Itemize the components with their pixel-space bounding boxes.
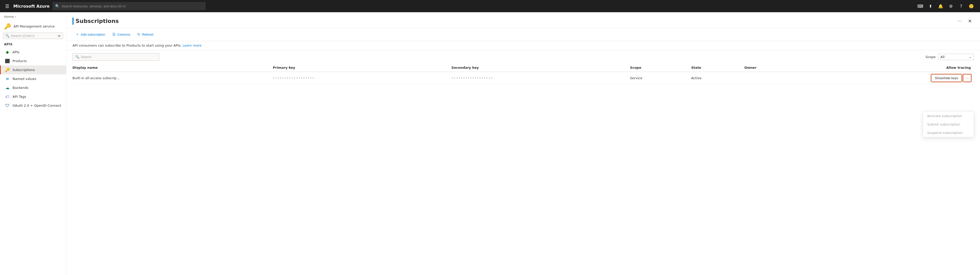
breadcrumb-home[interactable]: Home (4, 15, 14, 19)
header-ellipsis-btn[interactable]: ··· (956, 17, 964, 25)
service-header: 🔑 API Management service (0, 21, 66, 33)
topbar: ☰ Microsoft Azure 🔍 ⌨ ⬆ 🔔 ⚙ ? 🙂 (0, 0, 980, 12)
sidebar-item-products-label: Products (13, 59, 27, 63)
search-icon: 🔍 (55, 4, 59, 8)
sidebar-search-box[interactable]: 🔍 ≪ (3, 33, 63, 39)
products-icon: ⬛ (5, 58, 10, 63)
sidebar-item-apis[interactable]: ◆ APIs (0, 47, 66, 57)
scope-label: Scope (925, 55, 935, 59)
sidebar-item-products[interactable]: ⬛ Products (0, 57, 66, 65)
context-menu-activate[interactable]: Activate subscription (923, 112, 974, 120)
scope-row: Scope All ⌄ (925, 54, 974, 60)
page-title: Subscriptions (76, 18, 953, 24)
table-row: Built-in all-access subscrip... ••••••••… (73, 72, 974, 84)
sidebar-item-api-tags[interactable]: 🏷 API Tags (0, 92, 66, 101)
subscriptions-table: Display name Primary key Secondary key S… (73, 64, 974, 84)
sidebar-item-subscriptions[interactable]: 🔑 Subscriptions (0, 65, 66, 74)
table-search-icon: 🔍 (75, 55, 80, 59)
named-values-icon: ≡ (5, 76, 10, 81)
search-scope-row: 🔍 Scope All ⌄ (66, 50, 980, 64)
refresh-label: Refresh (142, 33, 154, 36)
sidebar-search-input[interactable] (11, 34, 56, 38)
service-icon: 🔑 (4, 23, 11, 30)
add-subscription-button[interactable]: ＋ Add subscription (73, 30, 108, 38)
sidebar-item-api-tags-label: API Tags (13, 95, 26, 98)
sidebar-item-named-values-label: Named values (13, 77, 36, 81)
global-search-input[interactable] (62, 4, 203, 8)
col-primary-key: Primary key (273, 64, 452, 72)
service-label: API Management service (14, 24, 55, 28)
breadcrumb[interactable]: Home › (0, 12, 66, 21)
cell-scope: Service (630, 72, 691, 84)
global-search-box[interactable]: 🔍 (52, 2, 206, 10)
bell-icon[interactable]: 🔔 (936, 2, 945, 11)
header-accent-bar (73, 17, 73, 25)
sidebar-item-oauth[interactable]: 🛡 OAuth 2.0 + OpenID Connect (0, 101, 66, 110)
upload-icon[interactable]: ⬆ (926, 2, 935, 11)
table-search-input[interactable] (81, 55, 156, 59)
col-allow-tracing: Allow tracing (805, 64, 974, 72)
sidebar-item-named-values[interactable]: ≡ Named values (0, 74, 66, 83)
sidebar: Home › 🔑 API Management service 🔍 ≪ APIs… (0, 12, 66, 275)
context-menu: Activate subscription Submit subscriptio… (923, 112, 974, 137)
sidebar-item-oauth-label: OAuth 2.0 + OpenID Connect (13, 104, 61, 107)
cell-state: Active (691, 72, 744, 84)
sidebar-item-apis-label: APIs (13, 50, 19, 54)
breadcrumb-separator: › (15, 15, 16, 19)
primary-key-value: •••••••••••••••••• (273, 76, 314, 80)
cell-allow-tracing: Show/hide keys ··· (805, 72, 974, 84)
settings-icon[interactable]: ⚙ (946, 2, 956, 11)
scope-chevron-icon: ⌄ (969, 55, 972, 59)
help-icon[interactable]: ? (956, 2, 966, 11)
cell-primary-key: •••••••••••••••••• (273, 72, 452, 84)
api-tags-icon: 🏷 (5, 94, 10, 99)
col-owner: Owner (745, 64, 805, 72)
toolbar: ＋ Add subscription ☰ Columns ↻ Refresh (66, 28, 980, 41)
learn-more-link[interactable]: Learn more (183, 44, 201, 47)
columns-button[interactable]: ☰ Columns (109, 31, 133, 38)
allow-tracing-actions: Show/hide keys ··· (805, 74, 971, 82)
secondary-key-value: •••••••••••••••••• (452, 76, 493, 80)
info-bar: API consumers can subscribe to Products … (66, 41, 980, 50)
table-search-box[interactable]: 🔍 (73, 53, 159, 61)
oauth-icon: 🛡 (5, 103, 10, 108)
add-icon: ＋ (76, 32, 79, 37)
apis-icon: ◆ (5, 50, 10, 54)
table-header-row: Display name Primary key Secondary key S… (73, 64, 974, 72)
refresh-button[interactable]: ↻ Refresh (134, 31, 157, 38)
add-subscription-label: Add subscription (81, 33, 105, 36)
main-content: Subscriptions ··· ✕ ＋ Add subscription ☰… (66, 12, 980, 275)
cell-owner (745, 72, 805, 84)
close-btn[interactable]: ✕ (966, 17, 974, 25)
scope-dropdown[interactable]: All ⌄ (938, 54, 974, 60)
subscriptions-icon: 🔑 (5, 68, 10, 72)
col-state: State (691, 64, 744, 72)
col-secondary-key: Secondary key (452, 64, 630, 72)
context-menu-submit[interactable]: Submit subscription (923, 120, 974, 129)
terminal-icon[interactable]: ⌨ (916, 2, 925, 11)
collapse-icon[interactable]: ≪ (57, 34, 61, 38)
sidebar-item-subscriptions-label: Subscriptions (13, 68, 35, 72)
sidebar-item-backends[interactable]: ☁ Backends (0, 83, 66, 92)
sidebar-item-backends-label: Backends (13, 86, 28, 90)
refresh-icon: ↻ (137, 32, 140, 36)
app-logo: Microsoft Azure (13, 4, 49, 9)
feedback-icon[interactable]: 🙂 (967, 2, 976, 11)
sidebar-search-icon: 🔍 (5, 34, 10, 38)
table-container: Display name Primary key Secondary key S… (66, 64, 980, 84)
context-menu-suspend[interactable]: Suspend subscription (923, 129, 974, 137)
col-scope: Scope (630, 64, 691, 72)
info-text: API consumers can subscribe to Products … (73, 44, 181, 47)
sidebar-section-apis: APIs (0, 41, 66, 47)
backends-icon: ☁ (5, 85, 10, 90)
columns-icon: ☰ (112, 32, 116, 36)
cell-secondary-key: •••••••••••••••••• (452, 72, 630, 84)
show-hide-keys-button[interactable]: Show/hide keys (932, 74, 961, 82)
scope-value: All (940, 55, 945, 59)
columns-label: Columns (117, 33, 130, 36)
col-display-name: Display name (73, 64, 273, 72)
row-ellipsis-button[interactable]: ··· (963, 74, 971, 82)
topbar-icons: ⌨ ⬆ 🔔 ⚙ ? 🙂 (916, 2, 976, 11)
hamburger-icon[interactable]: ☰ (4, 3, 10, 10)
layout: Home › 🔑 API Management service 🔍 ≪ APIs… (0, 12, 980, 275)
